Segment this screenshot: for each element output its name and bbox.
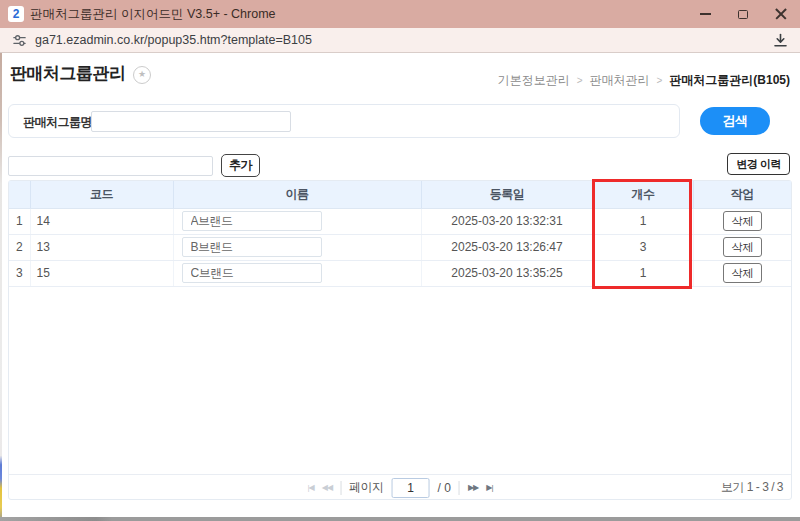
pager-divider: [459, 481, 460, 495]
delete-button[interactable]: 삭제: [723, 211, 762, 231]
url-text[interactable]: ga71.ezadmin.co.kr/popup35.htm?template=…: [35, 33, 312, 47]
name-cell: [173, 234, 421, 260]
group-name-search-input[interactable]: [91, 111, 291, 132]
next-page-button[interactable]: ▶▶: [468, 483, 478, 492]
window-title: 판매처그룹관리 이지어드민 V3.5+ - Chrome: [30, 6, 276, 23]
name-cell: [173, 260, 421, 286]
site-settings-icon[interactable]: [12, 33, 27, 48]
delete-button[interactable]: 삭제: [723, 237, 762, 257]
view-range-info: 보기 1 - 3 / 3: [721, 475, 783, 500]
date-cell: 2025-03-20 13:35:25: [421, 260, 593, 286]
group-name-input[interactable]: [182, 237, 322, 257]
search-field-label: 판매처그룹명: [23, 105, 92, 139]
last-page-button[interactable]: ▶|: [486, 483, 492, 492]
minimize-icon: [700, 13, 711, 15]
breadcrumb-item[interactable]: 기본정보관리: [498, 72, 570, 89]
page-number-input[interactable]: [392, 478, 430, 498]
close-button[interactable]: [762, 0, 800, 28]
action-cell: 삭제: [693, 260, 791, 286]
header-row-number: [9, 181, 30, 208]
maximize-icon: [738, 10, 748, 19]
prev-page-button[interactable]: ◀◀: [322, 483, 332, 492]
pagination-bar: |◀ ◀◀ 페이지 / 0 ▶▶ ▶| 보기 1 - 3 / 3: [9, 474, 791, 499]
count-cell: 3: [593, 234, 693, 260]
download-icon[interactable]: [772, 32, 789, 49]
page-title: 판매처그룹관리: [10, 62, 126, 85]
breadcrumb: 기본정보관리 > 판매처관리 > 판매처그룹관리(B105): [498, 72, 790, 89]
search-panel: 판매처그룹명: [8, 104, 680, 138]
code-cell: 15: [30, 260, 173, 286]
data-grid: 코드 이름 등록일 개수 작업 1142025-03-20 13:32:311삭…: [8, 180, 792, 500]
close-icon: [775, 8, 787, 20]
search-button[interactable]: 검색: [700, 107, 770, 135]
code-cell: 14: [30, 208, 173, 234]
name-cell: [173, 208, 421, 234]
first-page-button[interactable]: |◀: [308, 483, 314, 492]
table-header-row: 코드 이름 등록일 개수 작업: [9, 181, 791, 208]
action-cell: 삭제: [693, 208, 791, 234]
change-history-button[interactable]: 변경 이력: [727, 153, 790, 175]
header-code[interactable]: 코드: [30, 181, 173, 208]
count-cell: 1: [593, 260, 693, 286]
header-action: 작업: [693, 181, 791, 208]
page-total: / 0: [438, 481, 451, 495]
ezadmin-favicon-icon: 2: [8, 6, 24, 22]
table-body: 1142025-03-20 13:32:311삭제2132025-03-20 1…: [9, 208, 791, 286]
header-count[interactable]: 개수: [593, 181, 693, 208]
pager-divider: [340, 481, 341, 495]
row-number-cell: 3: [9, 260, 30, 286]
desktop-edge-bottom: [0, 517, 800, 521]
group-name-input[interactable]: [182, 263, 322, 283]
page-label: 페이지: [349, 479, 384, 496]
window-controls: [686, 0, 800, 28]
url-bar: ga71.ezadmin.co.kr/popup35.htm?template=…: [0, 28, 800, 53]
breadcrumb-current: 판매처그룹관리(B105): [669, 72, 790, 89]
date-cell: 2025-03-20 13:26:47: [421, 234, 593, 260]
table-row: 1142025-03-20 13:32:311삭제: [9, 208, 791, 234]
titlebar: 2 판매처그룹관리 이지어드민 V3.5+ - Chrome: [0, 0, 800, 28]
count-cell: 1: [593, 208, 693, 234]
maximize-button[interactable]: [724, 0, 762, 28]
table-row: 2132025-03-20 13:26:473삭제: [9, 234, 791, 260]
table-row: 3152025-03-20 13:35:251삭제: [9, 260, 791, 286]
code-cell: 13: [30, 234, 173, 260]
desktop-edge-left: [0, 53, 2, 521]
header-date[interactable]: 등록일: [421, 181, 593, 208]
new-group-name-input[interactable]: [8, 156, 213, 176]
delete-button[interactable]: 삭제: [723, 263, 762, 283]
chevron-right-icon: >: [577, 75, 583, 86]
add-button[interactable]: 추가: [221, 154, 260, 177]
row-number-cell: 2: [9, 234, 30, 260]
group-name-input[interactable]: [182, 211, 322, 231]
date-cell: 2025-03-20 13:32:31: [421, 208, 593, 234]
breadcrumb-item[interactable]: 판매처관리: [589, 72, 649, 89]
chevron-right-icon: >: [656, 75, 662, 86]
row-number-cell: 1: [9, 208, 30, 234]
action-cell: 삭제: [693, 234, 791, 260]
header-name[interactable]: 이름: [173, 181, 421, 208]
minimize-button[interactable]: [686, 0, 724, 28]
favorite-star-icon[interactable]: ★: [133, 66, 151, 84]
